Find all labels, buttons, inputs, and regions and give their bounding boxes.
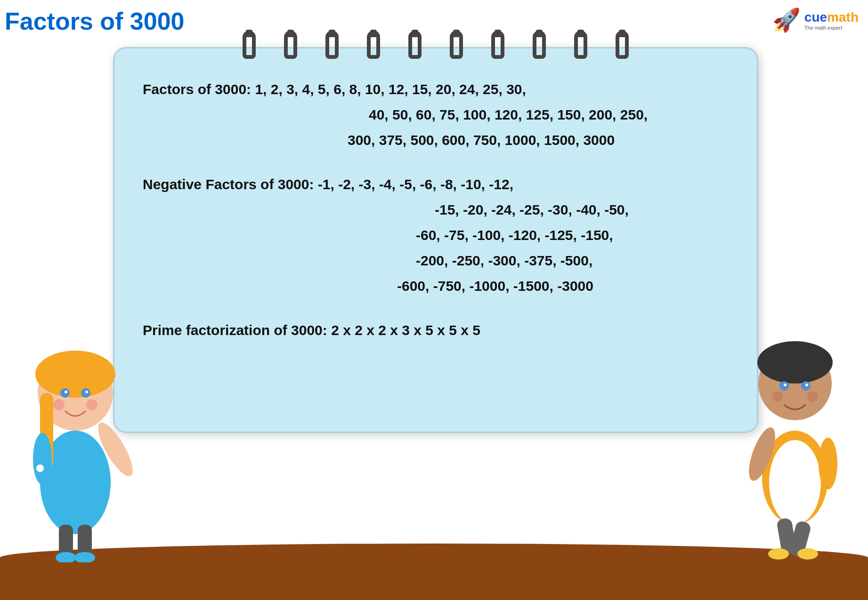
negative-line3: -60, -75, -100, -120, -125, -150, — [143, 223, 729, 248]
negative-line5: -600, -750, -1000, -1500, -3000 — [143, 273, 729, 299]
ring-7 — [491, 31, 504, 59]
negative-label: Negative Factors of 3000: — [143, 176, 314, 192]
factors-line1: Factors of 3000: 1, 2, 3, 4, 5, 6, 8, 10… — [143, 77, 729, 102]
notebook-content: Factors of 3000: 1, 2, 3, 4, 5, 6, 8, 10… — [114, 48, 757, 362]
rings-container — [224, 31, 648, 59]
svg-point-9 — [86, 399, 97, 410]
negative-values-1: -1, -2, -3, -4, -5, -6, -8, -10, -12, — [318, 176, 513, 192]
prime-value: 2 x 2 x 2 x 3 x 5 x 5 x 5 — [331, 322, 480, 338]
logo-brand: cuemath — [804, 10, 859, 25]
boy-character — [731, 280, 859, 562]
girl-character — [14, 280, 137, 562]
svg-point-31 — [768, 548, 789, 560]
factors-label: Factors of 3000: — [143, 81, 251, 97]
svg-point-26 — [807, 392, 818, 402]
logo-text: cuemath The math expert — [804, 10, 859, 31]
notebook: Factors of 3000: 1, 2, 3, 4, 5, 6, 8, 10… — [113, 47, 758, 433]
svg-point-8 — [53, 399, 65, 410]
ring-9 — [574, 31, 587, 59]
svg-point-23 — [784, 384, 787, 386]
boy-svg — [731, 280, 859, 562]
ring-10 — [616, 31, 629, 59]
svg-point-14 — [56, 552, 76, 562]
factors-line2: 40, 50, 60, 75, 100, 120, 125, 150, 200,… — [143, 102, 729, 128]
svg-point-6 — [65, 391, 67, 393]
factors-section: Factors of 3000: 1, 2, 3, 4, 5, 6, 8, 10… — [143, 77, 729, 153]
svg-point-7 — [85, 391, 88, 393]
svg-point-11 — [33, 433, 52, 485]
logo-area: 🚀 cuemath The math expert — [772, 7, 859, 33]
ring-1 — [243, 31, 256, 59]
ring-8 — [533, 31, 546, 59]
factors-line3: 300, 375, 500, 600, 750, 1000, 1500, 300… — [143, 128, 729, 153]
ring-6 — [450, 31, 463, 59]
logo-cue: cue — [804, 10, 827, 24]
ring-2 — [284, 31, 297, 59]
prime-label: Prime factorization of 3000: — [143, 322, 327, 338]
svg-point-16 — [36, 464, 44, 472]
negative-line1: Negative Factors of 3000: -1, -2, -3, -4… — [143, 172, 729, 197]
scene: Factors of 3000 🚀 cuemath The math exper… — [0, 0, 868, 600]
ring-3 — [325, 31, 339, 59]
svg-point-32 — [797, 548, 818, 560]
factors-values-line1: 1, 2, 3, 4, 5, 6, 8, 10, 12, 15, 20, 24,… — [255, 81, 526, 97]
rocket-icon: 🚀 — [772, 7, 801, 33]
logo-math: math — [827, 10, 859, 24]
negative-line2: -15, -20, -24, -25, -30, -40, -50, — [143, 197, 729, 223]
ring-4 — [367, 31, 380, 59]
svg-point-24 — [805, 384, 808, 386]
svg-point-2 — [35, 351, 115, 398]
logo-tagline: The math expert — [804, 25, 842, 31]
svg-point-20 — [757, 341, 833, 384]
page-title: Factors of 3000 — [5, 8, 185, 35]
negative-line4: -200, -250, -300, -375, -500, — [143, 248, 729, 273]
svg-point-28 — [819, 438, 837, 489]
girl-svg — [14, 280, 137, 562]
svg-point-25 — [772, 392, 783, 402]
svg-point-18 — [769, 440, 821, 525]
ring-5 — [408, 31, 422, 59]
negative-factors-section: Negative Factors of 3000: -1, -2, -3, -4… — [143, 172, 729, 299]
prime-section: Prime factorization of 3000: 2 x 2 x 2 x… — [143, 318, 729, 343]
header: Factors of 3000 — [5, 7, 185, 35]
svg-point-15 — [74, 552, 95, 562]
